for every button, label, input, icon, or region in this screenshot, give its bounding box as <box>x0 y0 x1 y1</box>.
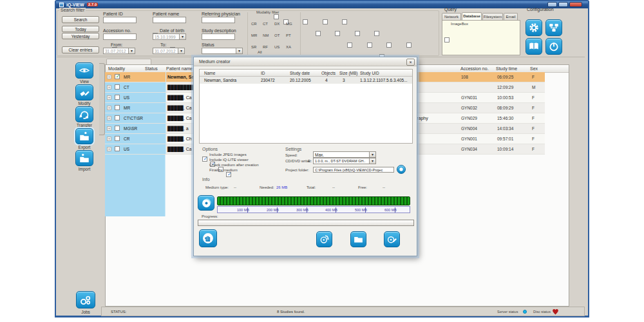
maximize-button[interactable] <box>558 2 568 7</box>
modality-xa-checkbox[interactable] <box>406 43 412 48</box>
from-date-picker[interactable]: 31.07.2012 <box>103 48 135 54</box>
import-button[interactable] <box>75 150 93 166</box>
modality-ct-checkbox[interactable] <box>303 19 308 24</box>
today-button[interactable]: Today <box>62 26 99 32</box>
screen: iQ-VIEW 2.7.0 Search filter Search Today… <box>0 0 644 322</box>
export-folder-icon <box>79 131 90 142</box>
book-icon <box>528 41 540 52</box>
view-button[interactable] <box>75 62 93 79</box>
expand-icon[interactable]: + <box>107 95 111 100</box>
info-label: Info <box>202 177 210 182</box>
open-folder-button[interactable] <box>350 231 366 247</box>
cd-disc-icon <box>201 198 212 209</box>
burn-disc-button[interactable] <box>384 231 400 247</box>
collapsed-panel-tab[interactable] <box>99 63 105 135</box>
col-study-time[interactable]: Study time <box>496 66 517 71</box>
cell-accession: GYN034 <box>461 147 477 151</box>
modality-nm-checkbox[interactable] <box>335 31 340 36</box>
row-checkbox[interactable] <box>115 115 120 120</box>
browse-project-folder-button[interactable] <box>397 165 406 174</box>
dcol-objects[interactable]: Objects <box>321 71 336 75</box>
modality-mr-checkbox[interactable] <box>316 31 321 36</box>
dcol-study-date[interactable]: Study date <box>290 71 310 75</box>
divider <box>300 12 301 55</box>
imagebox-checkbox[interactable] <box>444 37 450 43</box>
row-checkbox[interactable] <box>115 105 120 110</box>
export-button[interactable] <box>75 128 93 144</box>
network-config-button[interactable] <box>545 19 562 36</box>
referring-physician-input[interactable] <box>202 17 235 23</box>
progress-bar <box>198 220 414 226</box>
imagebox-item[interactable]: ImageBox <box>451 22 468 26</box>
power-button[interactable] <box>545 38 562 55</box>
row-checkbox[interactable] <box>115 146 120 151</box>
expand-icon[interactable]: + <box>107 106 111 110</box>
modality-code: PT <box>286 33 291 37</box>
log-book-button[interactable] <box>526 38 542 55</box>
transfer-button[interactable] <box>75 106 93 122</box>
patient-id-input[interactable] <box>103 17 137 23</box>
row-checkbox[interactable] <box>115 95 120 100</box>
modality-us-checkbox[interactable] <box>386 43 392 48</box>
expand-icon[interactable]: + <box>107 147 111 151</box>
col-patient-name[interactable]: Patient name <box>166 66 193 71</box>
finalize-medium-checkbox[interactable] <box>226 172 231 177</box>
dcol-study-uid[interactable]: Study UID <box>360 71 379 75</box>
folder-icon <box>353 234 364 245</box>
modality-pt-checkbox[interactable] <box>374 31 379 36</box>
transfer-arrow-icon <box>79 109 90 120</box>
yesterday-button[interactable]: Yesterday <box>62 33 99 39</box>
close-button[interactable] <box>569 2 582 7</box>
row-checkbox[interactable] <box>115 126 120 131</box>
modality-rf-checkbox[interactable] <box>367 43 372 48</box>
dob-picker[interactable]: 15.10.1999 <box>153 33 186 40</box>
patient-name-input[interactable] <box>153 17 186 23</box>
cd-media-button[interactable] <box>198 195 214 211</box>
project-folder-field[interactable]: C:\Program Files (x86)\iQ-VIEW\CD-Projec <box>313 167 394 173</box>
modality-filter-checkbox[interactable] <box>274 14 279 19</box>
capacity-tick: 200 MB <box>267 208 279 212</box>
expand-icon[interactable]: + <box>107 126 111 131</box>
dcol-size[interactable]: Size (MB) <box>339 71 358 75</box>
col-accession[interactable]: Accession no. <box>460 66 489 71</box>
gear-icon <box>528 22 540 33</box>
include-jpeg-checkbox[interactable] <box>202 156 207 162</box>
stop-button[interactable] <box>199 229 217 247</box>
dialog-close-button[interactable]: × <box>406 59 415 66</box>
search-button[interactable]: Search <box>62 16 99 23</box>
eject-disc-button[interactable] <box>316 231 332 247</box>
modality-dx-checkbox[interactable] <box>323 19 328 24</box>
col-status[interactable]: Status <box>145 66 158 71</box>
to-date-picker[interactable]: 31.07.2012 <box>153 48 185 54</box>
expand-icon[interactable]: + <box>107 116 111 120</box>
modality-sr-checkbox[interactable] <box>347 43 352 48</box>
modality-code: CT <box>263 22 268 26</box>
row-checkbox[interactable] <box>115 136 120 141</box>
clear-entries-button[interactable]: Clear entries <box>62 46 99 53</box>
study-description-input[interactable] <box>202 33 235 40</box>
modality-ot-checkbox[interactable] <box>355 31 360 36</box>
speed-dropdown[interactable]: Max. <box>313 151 376 158</box>
row-checkbox[interactable] <box>115 84 120 90</box>
cell-sex: F <box>532 137 535 141</box>
modify-button[interactable] <box>75 84 93 100</box>
cell-time: 10:09:14 <box>497 147 513 151</box>
dcol-id[interactable]: ID <box>261 71 265 75</box>
modality-mg-checkbox[interactable] <box>342 19 347 24</box>
dialog-study-table[interactable]: Name ID Study date Objects Size (MB) Stu… <box>199 69 413 144</box>
col-modality[interactable]: Modality <box>108 66 125 71</box>
dcol-name[interactable]: Name <box>204 71 215 75</box>
modality-code: CR <box>251 22 257 26</box>
expand-icon[interactable]: + <box>107 85 111 90</box>
col-sex[interactable]: Sex <box>530 66 538 71</box>
status-dropdown[interactable] <box>202 48 243 54</box>
settings-button[interactable] <box>526 19 542 36</box>
jobs-button[interactable] <box>76 291 95 308</box>
row-checkbox[interactable] <box>115 74 120 79</box>
window-version-badge: 2.7.0 <box>87 3 98 6</box>
writer-dropdown[interactable]: 1.0.0, m., DT-ST DVDRAM GH.. <box>313 158 376 164</box>
accession-input[interactable] <box>103 33 137 40</box>
expand-icon[interactable]: + <box>107 75 111 79</box>
expand-icon[interactable]: + <box>107 137 111 141</box>
minimize-button[interactable] <box>547 2 557 7</box>
